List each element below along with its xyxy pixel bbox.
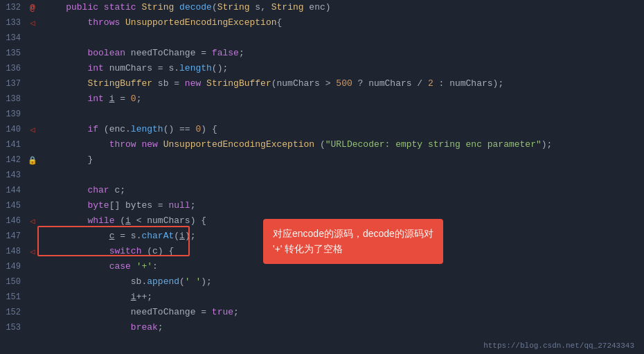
line-number: 136: [0, 64, 26, 73]
code-line-151: 151 i++;: [0, 290, 644, 305]
code-text: }: [39, 152, 644, 168]
code-text: StringBuffer sb = new StringBuffer(numCh…: [39, 76, 644, 91]
line-number: 140: [0, 125, 26, 134]
line-number: 143: [0, 170, 26, 180]
code-text: boolean needToChange = false;: [39, 46, 644, 61]
code-line-141: 141 throw new UnsupportedEncodingExcepti…: [0, 137, 644, 152]
line-number: 149: [0, 262, 26, 272]
code-text: sb.append(' ');: [39, 274, 644, 290]
code-line-153: 153 break;: [0, 320, 644, 335]
code-line-132: 132 @ public static String decode(String…: [0, 0, 644, 15]
line-number: 152: [0, 308, 26, 317]
code-lines: 132 @ public static String decode(String…: [0, 0, 644, 354]
code-line-140: 140 ◁ if (enc.length() == 0) {: [0, 122, 644, 137]
line-number: 146: [0, 216, 26, 226]
line-number: 145: [0, 201, 26, 211]
code-line-142: 142 🔒 }: [0, 152, 644, 168]
code-text: needToChange = true;: [39, 305, 644, 320]
line-number: 133: [0, 18, 26, 28]
line-number: 151: [0, 292, 26, 302]
code-text: if (enc.length() == 0) {: [39, 122, 644, 137]
code-line-139: 139: [0, 107, 644, 122]
code-line-150: 150 sb.append(' ');: [0, 274, 644, 290]
line-number: 150: [0, 277, 26, 287]
code-line-152: 152 needToChange = true;: [0, 305, 644, 320]
code-line-136: 136 int numChars = s.length();: [0, 61, 644, 76]
callout-text-line1: 对应encode的源码，decode的源码对: [273, 228, 433, 239]
gutter-at: @: [26, 3, 39, 13]
line-number: 132: [0, 3, 26, 12]
line-number: 148: [0, 247, 26, 256]
line-number: 134: [0, 33, 26, 43]
code-line-134: 134: [0, 30, 644, 46]
code-text: char c;: [39, 183, 644, 198]
code-line-135: 135 boolean needToChange = false;: [0, 46, 644, 61]
line-number: 137: [0, 79, 26, 89]
code-text: break;: [39, 320, 644, 335]
line-number: 135: [0, 48, 26, 58]
code-line-133: 133 ◁ throws UnsupportedEncodingExceptio…: [0, 15, 644, 30]
url-watermark: https://blog.csdn.net/qq_27243343: [483, 342, 634, 350]
callout-box: 对应encode的源码，decode的源码对 '+' 转化为了空格: [263, 219, 443, 264]
code-text: throws UnsupportedEncodingException{: [39, 15, 644, 30]
line-number: 144: [0, 186, 26, 195]
line-number: 139: [0, 109, 26, 119]
gutter-arrow: ◁: [26, 125, 39, 135]
line-number: 147: [0, 231, 26, 241]
line-number: 141: [0, 140, 26, 150]
gutter-arrow: ◁: [26, 247, 39, 257]
code-line-144: 144 char c;: [0, 183, 644, 198]
callout-text-line2: '+' 转化为了空格: [273, 243, 343, 254]
code-text: throw new UnsupportedEncodingException (…: [39, 137, 644, 152]
line-number: 153: [0, 323, 26, 333]
code-text: int i = 0;: [39, 91, 644, 107]
code-text: i++;: [39, 290, 644, 305]
code-line-145: 145 byte[] bytes = null;: [0, 198, 644, 213]
line-number: 138: [0, 94, 26, 104]
code-line-137: 137 StringBuffer sb = new StringBuffer(n…: [0, 76, 644, 91]
code-text: public static String decode(String s, St…: [39, 0, 644, 15]
gutter-lock: 🔒: [26, 156, 39, 165]
code-line-143: 143: [0, 168, 644, 183]
gutter-arrow: ◁: [26, 216, 39, 227]
code-editor: 132 @ public static String decode(String…: [0, 0, 644, 354]
code-text: int numChars = s.length();: [39, 61, 644, 76]
line-number: 142: [0, 155, 26, 165]
gutter-arrow: ◁: [26, 18, 39, 28]
code-text: byte[] bytes = null;: [39, 198, 644, 213]
code-line-138: 138 int i = 0;: [0, 91, 644, 107]
